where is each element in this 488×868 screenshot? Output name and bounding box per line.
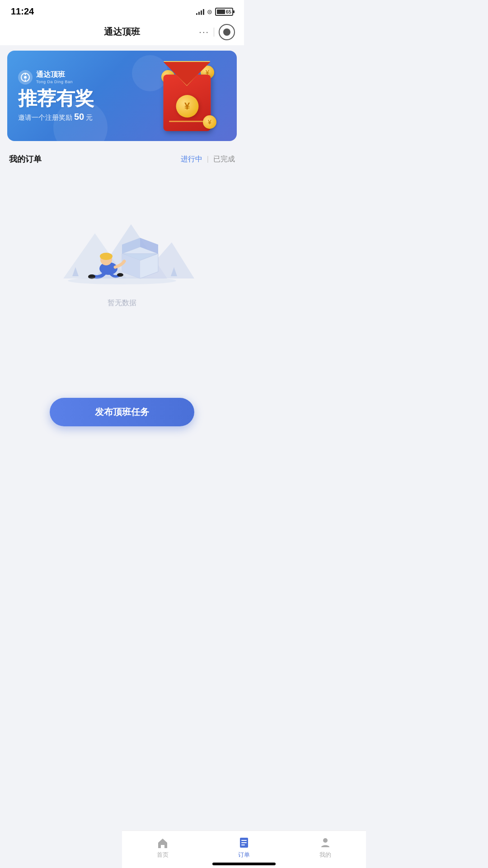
banner-logo-row: 通达顶班 Tong Da Ding Ban — [18, 70, 226, 85]
banner-sub-unit: 元 — [86, 113, 93, 122]
publish-task-button[interactable]: 发布顶班任务 — [50, 398, 194, 426]
wifi-icon: ⊜ — [207, 8, 212, 15]
banner-logo-en: Tong Da Ding Ban — [36, 80, 73, 84]
orders-section-title: 我的订单 — [9, 154, 42, 165]
status-time: 11:24 — [11, 6, 34, 17]
empty-state-svg — [50, 188, 194, 288]
orders-header: 我的订单 进行中 | 已完成 — [0, 146, 244, 170]
banner-section: 通达顶班 Tong Da Ding Ban 推荐有奖 邀请一个注册奖励 50 元… — [0, 45, 244, 146]
tab-completed[interactable]: 已完成 — [213, 155, 235, 164]
publish-wrap: 发布顶班任务 — [0, 387, 244, 441]
more-menu-button[interactable]: ··· — [199, 27, 209, 37]
scan-button[interactable] — [219, 24, 235, 40]
header-actions: ··· — [199, 24, 235, 40]
banner-logo-circle — [18, 70, 33, 85]
header-divider — [214, 28, 214, 37]
header: 通达顶班 ··· — [0, 20, 244, 45]
nav-spacer — [0, 441, 244, 486]
svg-point-18 — [117, 273, 123, 277]
banner-logo-cn: 通达顶班 — [36, 70, 73, 80]
banner-sub-prefix: 邀请一个注册奖励 — [18, 113, 72, 122]
banner-amount: 50 — [74, 112, 84, 122]
brand-logo-icon — [20, 72, 30, 82]
empty-state-text: 暂无数据 — [108, 298, 136, 308]
empty-illustration — [50, 188, 194, 288]
battery-icon: 65 — [215, 8, 233, 16]
svg-point-1 — [24, 76, 27, 79]
banner-left: 通达顶班 Tong Da Ding Ban 推荐有奖 邀请一个注册奖励 50 元 — [7, 61, 237, 131]
status-bar: 11:24 ⊜ 65 — [0, 0, 244, 20]
signal-icon — [196, 9, 204, 15]
promotion-banner[interactable]: 通达顶班 Tong Da Ding Ban 推荐有奖 邀请一个注册奖励 50 元… — [7, 51, 237, 141]
tab-divider: | — [207, 155, 209, 163]
orders-tabs: 进行中 | 已完成 — [181, 155, 235, 164]
scan-icon — [223, 28, 230, 36]
banner-sub-text: 邀请一个注册奖励 50 元 — [18, 112, 226, 122]
empty-state: 暂无数据 — [0, 170, 244, 387]
page-title: 通达顶班 — [104, 26, 140, 38]
banner-main-text: 推荐有奖 — [18, 89, 226, 108]
banner-logo-text: 通达顶班 Tong Da Ding Ban — [36, 70, 73, 84]
tab-in-progress[interactable]: 进行中 — [181, 155, 202, 164]
status-icons: ⊜ 65 — [196, 8, 233, 16]
svg-point-16 — [100, 253, 113, 260]
svg-point-19 — [68, 277, 176, 284]
